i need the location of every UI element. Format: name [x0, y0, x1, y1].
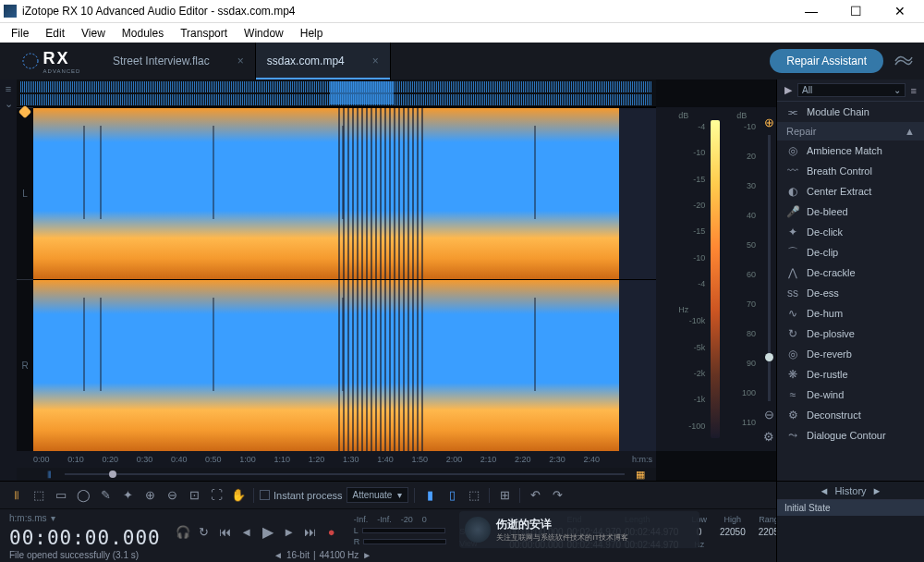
tab-ssdax[interactable]: ssdax.com.mp4 × — [256, 43, 391, 79]
sidebar-item-de-click[interactable]: ✦De-click — [777, 222, 924, 242]
snap-icon[interactable]: ⊞ — [495, 486, 514, 505]
sidebar-item-de-rustle[interactable]: ❋De-rustle — [777, 364, 924, 385]
loop-icon[interactable]: ↻ — [195, 522, 213, 541]
tool-wand-icon[interactable]: ✦ — [118, 486, 137, 505]
time-ruler[interactable]: 0:000:100:200:300:400:501:001:101:201:30… — [17, 451, 656, 468]
record-icon[interactable]: ● — [322, 522, 341, 541]
app-icon — [4, 5, 17, 18]
contour-icon: ⤳ — [786, 429, 799, 442]
select-all-icon[interactable]: ⬚ — [465, 486, 483, 505]
menu-transport[interactable]: Transport — [173, 25, 235, 42]
sidebar-item-breath-control[interactable]: 〰Breath Control — [777, 161, 924, 181]
history-item-initial[interactable]: Initial State — [777, 500, 924, 516]
sidebar-item-de-crackle[interactable]: ⋀De-crackle — [777, 263, 924, 283]
minimize-button[interactable]: — — [791, 4, 832, 18]
tool-brush-icon[interactable]: ✎ — [96, 486, 115, 505]
tab-label: Street Interview.flac — [113, 55, 210, 67]
toolbar: ⫴ ⬚ ▭ ◯ ✎ ✦ ⊕ ⊖ ⊡ ⛶ ✋ Instant process At… — [0, 482, 776, 509]
tool-grab-icon[interactable]: ✋ — [229, 486, 248, 505]
timecode-display[interactable]: 00:00:00.000 — [9, 527, 161, 549]
maximize-button[interactable]: ☐ — [835, 4, 876, 18]
window-titlebar: iZotope RX 10 Advanced Audio Editor - ss… — [0, 0, 924, 22]
sidebar-item-dialogue-contour[interactable]: ⤳Dialogue Contour — [777, 425, 924, 446]
sidebar-filter-select[interactable]: All⌄ — [797, 83, 906, 97]
tool-waveform-icon[interactable]: ⫴ — [7, 486, 26, 505]
tool-marker-icon[interactable]: ⬚ — [30, 486, 48, 505]
channel-l-spectrogram[interactable] — [33, 107, 656, 279]
collapse-icon[interactable]: ⌄ — [5, 98, 13, 110]
forward-icon[interactable]: ⏭ — [301, 522, 320, 541]
menu-edit[interactable]: Edit — [38, 25, 72, 42]
menu-help[interactable]: Help — [293, 25, 331, 42]
undo-icon[interactable]: ↶ — [526, 486, 544, 505]
tab-close-icon[interactable]: × — [372, 55, 379, 67]
time-format-label[interactable]: h:m:s.ms▾ — [9, 513, 161, 523]
overview-waveform[interactable] — [17, 79, 656, 107]
level-meters: -Inf.-Inf.-200 L R — [354, 515, 447, 546]
format-info: ◄16-bit|44100 Hz► — [274, 550, 371, 560]
sidebar-item-de-bleed[interactable]: 🎤De-bleed — [777, 202, 924, 222]
sidebar-item-de-reverb[interactable]: ◎De-reverb — [777, 344, 924, 364]
sidebar-section-repair[interactable]: Repair▲ — [777, 122, 924, 140]
module-chain-button[interactable]: ⫘ Module Chain — [777, 102, 924, 122]
sidebar-play-icon[interactable]: ▶ — [784, 84, 792, 96]
crackle-icon: ⋀ — [786, 266, 799, 279]
instant-process-checkbox[interactable]: Instant process — [260, 490, 343, 501]
tool-zoom-sel-icon[interactable]: ⊡ — [185, 486, 203, 505]
plosive-icon: ↻ — [786, 327, 799, 340]
window-controls: — ☐ ✕ — [791, 4, 920, 18]
sidebar-item-de-plosive[interactable]: ↻De-plosive — [777, 324, 924, 344]
tool-region-icon[interactable]: ▭ — [52, 486, 70, 505]
hum-icon: ∿ — [786, 307, 799, 320]
v-zoom-slider[interactable] — [768, 135, 771, 401]
tool-zoom-fit-icon[interactable]: ⛶ — [207, 486, 225, 505]
sidebar-menu-icon[interactable]: ≡ — [911, 85, 917, 96]
select-freq-icon[interactable]: ▯ — [443, 486, 461, 505]
redo-icon[interactable]: ↷ — [548, 486, 566, 505]
tab-close-icon[interactable]: × — [237, 55, 244, 67]
tool-zoom-out-icon[interactable]: ⊖ — [163, 486, 181, 505]
channel-r-spectrogram[interactable] — [33, 279, 656, 451]
next-icon[interactable]: ► — [280, 522, 298, 541]
svg-point-0 — [23, 54, 38, 68]
close-button[interactable]: ✕ — [880, 4, 920, 18]
process-mode-select[interactable]: Attenuate▾ — [346, 487, 409, 503]
menu-view[interactable]: View — [74, 25, 113, 42]
spark-icon: ✦ — [786, 226, 799, 238]
zoom-in-v-icon[interactable]: ⊕ — [760, 113, 778, 131]
mic-icon: 🎤 — [786, 205, 799, 218]
ess-icon: ss — [786, 287, 799, 299]
spectrogram-stack[interactable] — [33, 107, 656, 451]
sidebar-item-de-ess[interactable]: ssDe-ess — [777, 283, 924, 303]
prev-icon[interactable]: ◄ — [237, 522, 256, 541]
ambience-icon: ◎ — [786, 144, 799, 157]
sidebar-item-de-hum[interactable]: ∿De-hum — [777, 303, 924, 324]
menu-file[interactable]: File — [4, 25, 36, 42]
window-title: iZotope RX 10 Advanced Audio Editor - ss… — [22, 5, 791, 18]
settings-icon[interactable]: ⚙ — [760, 427, 778, 446]
sidebar-item-center-extract[interactable]: ◐Center Extract — [777, 181, 924, 202]
play-icon[interactable]: ▶ — [259, 522, 277, 541]
rewind-icon[interactable]: ⏮ — [216, 522, 235, 541]
spectrogram-view-icon[interactable]: ▦ — [634, 469, 647, 481]
sidebar-item-deconstruct[interactable]: ⚙Deconstruct — [777, 405, 924, 425]
menu-modules[interactable]: Modules — [115, 25, 171, 42]
meter-r — [363, 539, 446, 544]
assistant-icon[interactable] — [893, 50, 915, 72]
sidebar-item-ambience-match[interactable]: ◎Ambience Match — [777, 140, 924, 161]
zoom-out-v-icon[interactable]: ⊖ — [760, 405, 778, 423]
view-blend-slider[interactable] — [65, 473, 625, 475]
tool-zoom-in-icon[interactable]: ⊕ — [140, 486, 159, 505]
waveform-view-icon[interactable]: ⫴ — [43, 469, 55, 481]
history-header[interactable]: ◄History► — [777, 482, 924, 500]
tool-lasso-icon[interactable]: ◯ — [74, 486, 92, 505]
select-time-icon[interactable]: ▮ — [420, 486, 439, 505]
sidebar-item-de-clip[interactable]: ⌒De-clip — [777, 242, 924, 263]
sidebar-item-de-wind[interactable]: ≈De-wind — [777, 385, 924, 405]
expand-icon[interactable]: ≡ — [6, 83, 11, 94]
tab-street-interview[interactable]: Street Interview.flac × — [102, 43, 256, 79]
collapse-icon: ▲ — [905, 126, 915, 137]
repair-assistant-button[interactable]: Repair Assistant — [770, 49, 883, 73]
menu-window[interactable]: Window — [237, 25, 291, 42]
headphones-icon[interactable]: 🎧 — [174, 522, 192, 541]
